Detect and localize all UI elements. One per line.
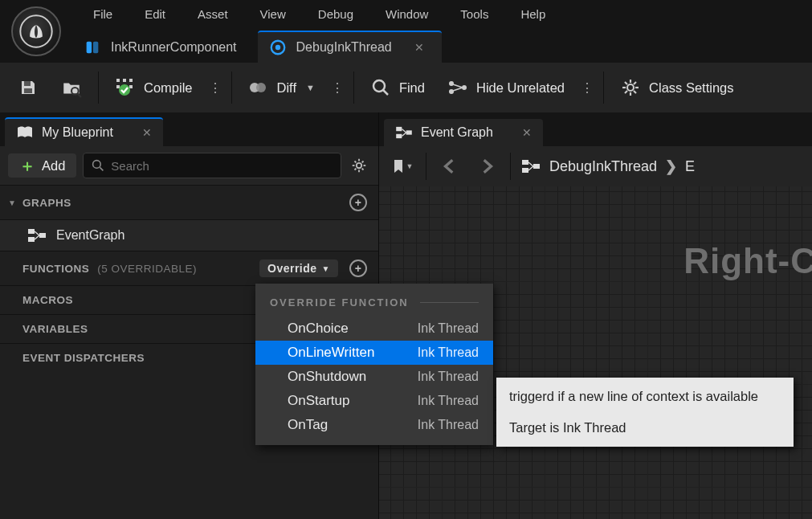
svg-line-48 <box>35 235 39 239</box>
tab-my-blueprint[interactable]: My Blueprint ✕ <box>5 117 163 146</box>
close-icon[interactable]: ✕ <box>522 126 532 139</box>
override-item-source: Ink Thread <box>418 370 479 384</box>
override-item-ontag[interactable]: OnTag Ink Thread <box>255 413 493 437</box>
canvas-hint-text: Right-C <box>683 241 812 281</box>
browse-icon <box>61 77 82 98</box>
override-item-label: OnLineWritten <box>288 345 374 361</box>
diff-button[interactable]: Diff ▼ <box>237 69 326 106</box>
section-header-graphs[interactable]: ▼GRAPHS + <box>0 186 378 219</box>
menu-view[interactable]: View <box>244 2 302 26</box>
save-button[interactable] <box>6 69 50 106</box>
menu-window[interactable]: Window <box>369 2 444 26</box>
close-icon[interactable]: ✕ <box>142 126 152 139</box>
svg-line-18 <box>383 90 388 95</box>
app-logo[interactable] <box>0 0 72 63</box>
compile-icon <box>115 77 136 98</box>
right-panel-tabs: Event Graph ✕ <box>379 112 812 146</box>
separator <box>603 72 604 104</box>
search-input[interactable] <box>111 159 333 173</box>
diff-icon <box>248 77 269 98</box>
svg-line-8 <box>78 94 81 97</box>
diff-options[interactable]: ⋮ <box>326 69 349 106</box>
doc-tab-debuginkthread[interactable]: DebugInkThread ✕ <box>258 31 442 63</box>
override-item-onlinewritten[interactable]: OnLineWritten Ink Thread <box>255 341 493 365</box>
menu-file[interactable]: File <box>77 2 129 26</box>
breadcrumb-next[interactable]: E <box>685 158 695 175</box>
svg-point-17 <box>373 80 385 92</box>
graph-item-eventgraph[interactable]: EventGraph <box>0 219 378 251</box>
bookmark-button[interactable]: ▼ <box>386 151 419 182</box>
chevron-down-icon: ▼ <box>406 162 414 170</box>
section-suffix: (5 OVERRIDABLE) <box>97 263 197 275</box>
svg-rect-10 <box>123 79 126 82</box>
svg-line-23 <box>453 88 463 91</box>
caret-down-icon: ▼ <box>8 198 18 207</box>
compile-button[interactable]: Compile <box>104 69 204 106</box>
separator <box>426 153 426 180</box>
svg-line-31 <box>625 91 627 93</box>
graph-item-label: EventGraph <box>56 228 124 243</box>
breadcrumb-root[interactable]: DebugInkThread <box>549 158 657 175</box>
override-function-popup: OVERRIDE FUNCTION OnChoice Ink Thread On… <box>255 284 493 445</box>
hide-unrelated-button[interactable]: Hide Unrelated <box>436 69 576 106</box>
add-button[interactable]: ＋ Add <box>8 153 76 178</box>
class-settings-button[interactable]: Class Settings <box>609 69 745 106</box>
doc-tab-inkrunnercomponent[interactable]: InkRunnerComponent <box>72 31 255 63</box>
svg-line-41 <box>362 169 364 170</box>
breadcrumb-arrow-icon: ❯ <box>665 157 677 175</box>
override-item-onshutdown[interactable]: OnShutdown Ink Thread <box>255 365 493 389</box>
section-label: MACROS <box>22 294 73 306</box>
search-icon <box>370 77 391 98</box>
override-item-source: Ink Thread <box>418 345 479 360</box>
section-header-functions[interactable]: FUNCTIONS (5 OVERRIDABLE) Override ▼ + <box>0 251 378 285</box>
browse-button[interactable] <box>50 69 93 106</box>
override-popup-title: OVERRIDE FUNCTION <box>270 296 409 309</box>
add-function-button[interactable]: + <box>349 260 367 277</box>
section-label: VARIABLES <box>22 323 88 335</box>
separator <box>353 72 354 104</box>
book-icon <box>16 125 34 140</box>
svg-line-22 <box>453 84 463 88</box>
override-item-onchoice[interactable]: OnChoice Ink Thread <box>255 317 493 341</box>
nav-forward-button[interactable] <box>470 151 504 182</box>
override-item-onstartup[interactable]: OnStartup Ink Thread <box>255 389 493 413</box>
search-field[interactable] <box>83 153 341 178</box>
svg-rect-56 <box>533 164 540 169</box>
chevron-down-icon: ▼ <box>306 83 315 92</box>
section-label: GRAPHS <box>22 197 71 209</box>
nav-back-button[interactable] <box>433 151 467 182</box>
separator <box>420 302 479 303</box>
svg-rect-54 <box>522 160 528 165</box>
svg-rect-50 <box>396 134 402 138</box>
hide-unrelated-options[interactable]: ⋮ <box>576 69 598 106</box>
toolbar: Compile ⋮ Diff ▼ ⋮ Find Hide Unrelated ⋮ <box>0 63 812 112</box>
find-button[interactable]: Find <box>359 69 436 106</box>
menu-debug[interactable]: Debug <box>302 2 369 26</box>
compile-options[interactable]: ⋮ <box>204 69 226 106</box>
svg-point-24 <box>627 84 634 91</box>
svg-rect-51 <box>406 130 412 134</box>
menu-asset[interactable]: Asset <box>182 2 244 26</box>
svg-line-43 <box>362 161 364 163</box>
override-item-label: OnShutdown <box>288 369 366 385</box>
menu-tools[interactable]: Tools <box>444 2 504 26</box>
svg-point-19 <box>449 81 454 86</box>
svg-line-29 <box>625 82 627 84</box>
hide-unrelated-icon <box>447 77 468 98</box>
svg-rect-44 <box>28 229 35 234</box>
tab-event-graph[interactable]: Event Graph ✕ <box>384 119 543 146</box>
svg-rect-5 <box>24 81 31 86</box>
override-button[interactable]: Override ▼ <box>259 260 338 277</box>
tooltip-line2: Target is Ink Thread <box>509 420 781 435</box>
tab-label: Event Graph <box>421 125 493 140</box>
panel-settings-button[interactable] <box>348 154 370 177</box>
svg-rect-49 <box>396 127 402 131</box>
chevron-down-icon: ▼ <box>322 264 330 273</box>
tooltip: triggerd if a new line of context is ava… <box>496 378 794 447</box>
section-graphs: ▼GRAPHS + EventGraph <box>0 185 378 251</box>
menu-edit[interactable]: Edit <box>129 2 182 26</box>
add-graph-button[interactable]: + <box>349 194 367 211</box>
menu-help[interactable]: Help <box>504 2 561 26</box>
svg-line-53 <box>402 133 406 136</box>
close-icon[interactable]: ✕ <box>414 41 424 54</box>
